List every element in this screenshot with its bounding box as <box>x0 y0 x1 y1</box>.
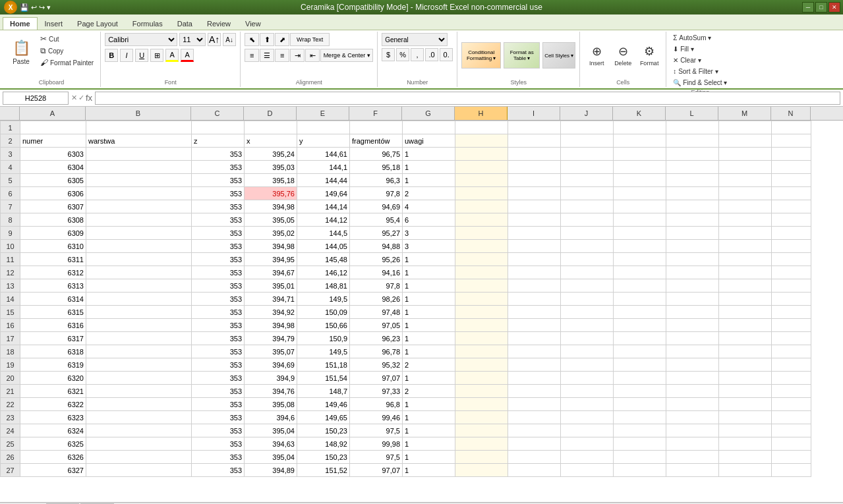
cell[interactable] <box>666 266 719 279</box>
cell[interactable] <box>508 213 561 227</box>
cell[interactable]: 151,18 <box>297 358 350 372</box>
cell[interactable] <box>614 200 666 213</box>
col-header-E[interactable]: E <box>297 107 349 120</box>
cell[interactable] <box>772 227 811 240</box>
cell[interactable] <box>614 266 666 279</box>
row-number-13[interactable]: 13 <box>1 279 20 293</box>
cell[interactable]: 395,05 <box>245 213 297 227</box>
cell[interactable] <box>666 161 719 174</box>
cell[interactable]: 353 <box>192 398 245 411</box>
cell[interactable] <box>614 306 666 319</box>
align-left-btn[interactable]: ≡ <box>245 49 259 62</box>
underline-button[interactable]: U <box>135 49 148 62</box>
cell[interactable]: 1 <box>403 174 455 187</box>
col-header-M[interactable]: M <box>718 107 771 120</box>
cell[interactable]: 149,5 <box>297 345 350 358</box>
cell[interactable] <box>508 227 561 240</box>
cell[interactable] <box>86 319 192 332</box>
cell[interactable] <box>772 358 811 372</box>
cell[interactable] <box>508 385 561 398</box>
cell[interactable]: 6327 <box>20 464 86 477</box>
cell[interactable]: 353 <box>192 332 245 345</box>
cell[interactable]: 97,5 <box>350 451 403 464</box>
indent-btn[interactable]: ⇥ <box>290 49 305 62</box>
cell[interactable] <box>403 121 455 134</box>
cell[interactable]: 6315 <box>20 306 86 319</box>
cell[interactable]: 6303 <box>20 148 86 161</box>
cell[interactable] <box>455 451 508 464</box>
wrap-text-btn[interactable]: Wrap Text <box>290 33 330 46</box>
cell[interactable] <box>614 372 666 385</box>
col-header-F[interactable]: F <box>349 107 402 120</box>
row-number-27[interactable]: 27 <box>1 464 20 477</box>
cell[interactable] <box>772 174 811 187</box>
cell[interactable]: 6318 <box>20 345 86 358</box>
cell[interactable] <box>561 240 614 253</box>
cell[interactable]: 1 <box>403 398 455 411</box>
cell[interactable] <box>772 279 811 293</box>
cell[interactable]: 353 <box>192 253 245 266</box>
cell[interactable]: 97,5 <box>350 424 403 437</box>
cell[interactable] <box>719 253 772 266</box>
cell[interactable]: 148,7 <box>297 385 350 398</box>
cell[interactable] <box>772 372 811 385</box>
cell[interactable]: 1 <box>403 437 455 451</box>
cell[interactable] <box>455 411 508 424</box>
cell[interactable] <box>508 148 561 161</box>
outdent-btn[interactable]: ⇤ <box>305 49 320 62</box>
cell[interactable] <box>614 227 666 240</box>
cell[interactable] <box>614 451 666 464</box>
cell[interactable] <box>455 437 508 451</box>
row-number-4[interactable]: 4 <box>1 161 20 174</box>
cell[interactable]: 353 <box>192 279 245 293</box>
cell[interactable]: 395,24 <box>245 148 297 161</box>
row-number-24[interactable]: 24 <box>1 424 20 437</box>
cell[interactable] <box>455 398 508 411</box>
cell[interactable]: 394,92 <box>245 306 297 319</box>
cell[interactable]: 2 <box>403 358 455 372</box>
cell[interactable]: z <box>192 134 245 148</box>
cell[interactable] <box>666 398 719 411</box>
cut-button[interactable]: ✂ Cut <box>38 33 96 45</box>
cell[interactable] <box>719 174 772 187</box>
cell[interactable]: 6319 <box>20 358 86 372</box>
cell[interactable] <box>508 293 561 306</box>
cell[interactable] <box>508 424 561 437</box>
col-header-K[interactable]: K <box>613 107 666 120</box>
cell[interactable] <box>666 174 719 187</box>
cell[interactable] <box>508 372 561 385</box>
cell[interactable] <box>86 161 192 174</box>
cell[interactable]: 394,67 <box>245 266 297 279</box>
cell[interactable] <box>86 424 192 437</box>
insert-cells-btn[interactable]: ⊕ Insert <box>584 36 609 74</box>
delete-cells-btn[interactable]: ⊖ Delete <box>610 36 635 74</box>
cell[interactable] <box>772 161 811 174</box>
cell[interactable]: 394,6 <box>245 411 297 424</box>
row-number-22[interactable]: 22 <box>1 398 20 411</box>
cell[interactable] <box>561 279 614 293</box>
cell[interactable] <box>508 266 561 279</box>
restore-btn[interactable]: □ <box>815 2 827 13</box>
cell[interactable] <box>666 200 719 213</box>
cell[interactable]: 394,79 <box>245 332 297 345</box>
cell[interactable]: 6316 <box>20 319 86 332</box>
cell[interactable]: 394,98 <box>245 200 297 213</box>
cell[interactable] <box>561 213 614 227</box>
cell[interactable]: 96,3 <box>350 174 403 187</box>
cell[interactable] <box>86 411 192 424</box>
row-number-14[interactable]: 14 <box>1 293 20 306</box>
cell[interactable] <box>508 253 561 266</box>
cell[interactable] <box>86 200 192 213</box>
tab-insert[interactable]: Insert <box>38 17 71 30</box>
cell[interactable]: 353 <box>192 464 245 477</box>
cell[interactable]: fragmentów <box>350 134 403 148</box>
cell[interactable]: 145,48 <box>297 253 350 266</box>
row-number-26[interactable]: 26 <box>1 451 20 464</box>
cell[interactable] <box>666 464 719 477</box>
cell[interactable] <box>772 319 811 332</box>
name-box[interactable] <box>3 92 69 105</box>
cell[interactable] <box>455 293 508 306</box>
cell[interactable] <box>772 134 811 148</box>
cell[interactable] <box>561 306 614 319</box>
cell[interactable] <box>86 437 192 451</box>
